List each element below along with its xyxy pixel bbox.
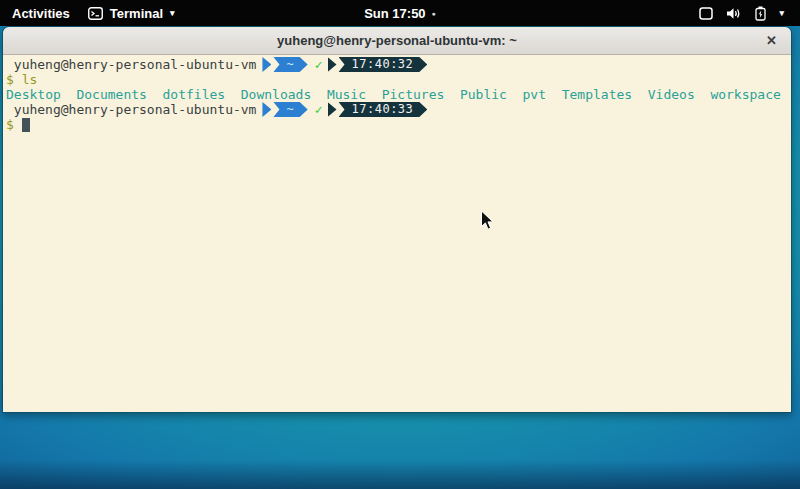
shell-prompt-symbol: $ bbox=[6, 72, 14, 87]
dir-item: Desktop bbox=[6, 87, 61, 102]
time-banner: 17:40:33 bbox=[339, 102, 428, 117]
powerline-chevron-icon bbox=[262, 57, 271, 72]
input-line[interactable]: $ bbox=[6, 117, 788, 132]
mouse-pointer-icon bbox=[480, 210, 495, 235]
shell-prompt-symbol: $ bbox=[6, 117, 14, 132]
command-text: ls bbox=[22, 72, 38, 87]
close-button[interactable]: ✕ bbox=[766, 27, 777, 54]
clock[interactable]: Sun 17:50 bbox=[364, 6, 425, 21]
dir-item: dotfiles bbox=[163, 87, 226, 102]
powerline-chevron-icon bbox=[262, 102, 271, 117]
screen-icon bbox=[699, 7, 713, 20]
status-check-icon: ✓ bbox=[315, 57, 323, 72]
cwd-banner: ~ bbox=[273, 57, 307, 72]
battery-charging-icon bbox=[755, 6, 766, 21]
ls-output-line: Desktop Documents dotfiles Downloads Mus… bbox=[6, 87, 788, 102]
terminal-window: yuheng@henry-personal-ubuntu-vm: ~ ✕ yuh… bbox=[2, 26, 792, 413]
status-check-icon: ✓ bbox=[315, 102, 323, 117]
window-title: yuheng@henry-personal-ubuntu-vm: ~ bbox=[277, 33, 517, 48]
dir-item: Documents bbox=[76, 87, 146, 102]
dir-item: workspace bbox=[710, 87, 780, 102]
dir-item: Videos bbox=[648, 87, 695, 102]
terminal-icon bbox=[88, 7, 103, 20]
chevron-down-icon: ▾ bbox=[170, 8, 175, 18]
dir-item: pvt bbox=[523, 87, 546, 102]
app-menu[interactable]: Terminal ▾ bbox=[88, 6, 175, 21]
time-banner: 17:40:32 bbox=[339, 57, 428, 72]
terminal-content[interactable]: yuheng@henry-personal-ubuntu-vm ~ ✓ 17:4… bbox=[3, 55, 791, 412]
prompt-username: yuheng@henry-personal-ubuntu-vm bbox=[14, 102, 257, 117]
chevron-down-icon: ▾ bbox=[779, 8, 784, 18]
prompt-line: yuheng@henry-personal-ubuntu-vm ~ ✓ 17:4… bbox=[6, 102, 788, 117]
dir-item: Public bbox=[460, 87, 507, 102]
prompt-line: yuheng@henry-personal-ubuntu-vm ~ ✓ 17:4… bbox=[6, 57, 788, 72]
powerline-chevron-icon bbox=[328, 57, 337, 72]
gnome-top-bar: Activities Terminal ▾ Sun 17:50 ● bbox=[0, 0, 800, 26]
dir-item: Music bbox=[327, 87, 366, 102]
volume-icon bbox=[726, 7, 742, 20]
window-titlebar[interactable]: yuheng@henry-personal-ubuntu-vm: ~ ✕ bbox=[3, 27, 791, 55]
notification-dot-icon: ● bbox=[432, 10, 436, 17]
command-line: $ ls bbox=[6, 72, 788, 87]
app-menu-label: Terminal bbox=[110, 6, 163, 21]
cwd-banner: ~ bbox=[273, 102, 307, 117]
dir-item: Downloads bbox=[241, 87, 311, 102]
desktop: Activities Terminal ▾ Sun 17:50 ● bbox=[0, 0, 800, 489]
activities-button[interactable]: Activities bbox=[12, 6, 70, 21]
dir-item: Pictures bbox=[382, 87, 445, 102]
dir-item: Templates bbox=[562, 87, 632, 102]
text-cursor bbox=[22, 118, 30, 132]
powerline-chevron-icon bbox=[328, 102, 337, 117]
prompt-username: yuheng@henry-personal-ubuntu-vm bbox=[14, 57, 257, 72]
system-status-area[interactable]: ▾ bbox=[699, 6, 784, 21]
